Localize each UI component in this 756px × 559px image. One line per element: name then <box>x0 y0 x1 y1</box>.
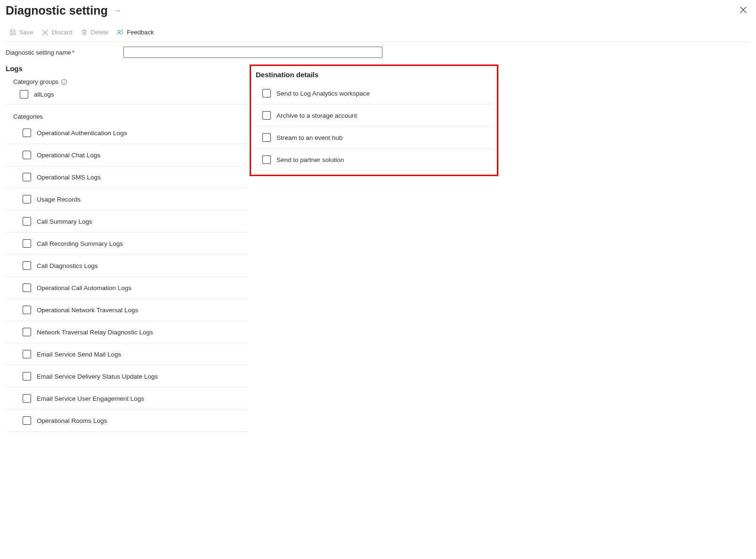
log-category-checkbox[interactable] <box>23 261 31 270</box>
log-category-checkbox[interactable] <box>23 372 31 381</box>
log-category-row: Email Service Send Mail Logs <box>6 343 248 365</box>
alllogs-label: allLogs <box>34 91 54 98</box>
log-category-checkbox[interactable] <box>23 129 31 137</box>
log-category-checkbox[interactable] <box>23 284 31 292</box>
log-category-row: Operational Chat Logs <box>6 144 248 166</box>
log-category-row: Email Service Delivery Status Update Log… <box>6 365 248 388</box>
destination-label: Send to partner solution <box>276 156 344 163</box>
log-category-label: Call Summary Logs <box>37 218 92 225</box>
log-category-label: Operational SMS Logs <box>37 174 101 181</box>
log-category-checkbox[interactable] <box>23 217 31 226</box>
destination-label: Archive to a storage account <box>276 112 357 119</box>
log-category-label: Email Service Send Mail Logs <box>37 351 121 358</box>
log-category-row: Network Traversal Relay Diagnostic Logs <box>6 321 248 343</box>
log-category-checkbox[interactable] <box>23 173 31 181</box>
toolbar: Save Discard Delete Feedback <box>6 24 750 42</box>
close-icon[interactable] <box>736 4 750 17</box>
log-category-label: Operational Network Traversal Logs <box>37 307 138 314</box>
log-category-label: Call Recording Summary Logs <box>37 240 123 247</box>
trash-icon <box>81 29 88 36</box>
log-category-checkbox[interactable] <box>23 239 31 248</box>
page-header: Diagnostic setting ··· <box>6 0 750 24</box>
destination-row: Send to Log Analytics workspace <box>255 82 491 105</box>
log-category-label: Operational Call Automation Logs <box>37 284 131 292</box>
page-title: Diagnostic setting <box>6 4 108 17</box>
log-category-checkbox[interactable] <box>23 350 31 358</box>
log-category-row: Email Service User Engagement Logs <box>6 388 248 410</box>
log-category-row: Operational Rooms Logs <box>6 410 248 432</box>
destination-heading: Destination details <box>256 71 491 79</box>
destination-checkbox[interactable] <box>262 111 271 120</box>
log-category-label: Operational Rooms Logs <box>37 417 107 424</box>
info-icon[interactable]: i <box>61 79 67 85</box>
destination-checkbox[interactable] <box>262 133 271 142</box>
destination-highlight-box: Destination details Send to Log Analytic… <box>250 65 498 176</box>
discard-icon <box>42 29 49 36</box>
destination-row: Stream to an event hub <box>255 127 491 149</box>
log-category-row: Call Recording Summary Logs <box>6 233 248 255</box>
destination-column: Destination details Send to Log Analytic… <box>248 65 750 432</box>
destination-checkbox[interactable] <box>262 155 271 164</box>
log-category-label: Operational Authentication Logs <box>37 130 127 137</box>
destination-label: Stream to an event hub <box>276 134 342 141</box>
alllogs-checkbox[interactable] <box>20 90 28 98</box>
logs-heading: Logs <box>6 65 248 73</box>
delete-button[interactable]: Delete <box>81 28 109 37</box>
category-groups-label: Category groups i <box>13 78 248 85</box>
log-category-checkbox[interactable] <box>23 195 31 203</box>
destination-row: Send to partner solution <box>255 149 491 171</box>
log-category-label: Network Traversal Relay Diagnostic Logs <box>37 329 153 336</box>
required-asterisk: * <box>72 49 74 56</box>
more-icon[interactable]: ··· <box>115 7 120 15</box>
log-category-label: Email Service Delivery Status Update Log… <box>37 373 158 380</box>
log-category-row: Operational Network Traversal Logs <box>6 299 248 321</box>
log-category-checkbox[interactable] <box>23 416 31 425</box>
log-category-label: Call Diagnostics Logs <box>37 262 98 269</box>
log-category-label: Operational Chat Logs <box>37 152 100 159</box>
log-category-row: Call Diagnostics Logs <box>6 255 248 277</box>
log-category-row: Operational Authentication Logs <box>6 122 248 144</box>
log-category-row: Operational Call Automation Logs <box>6 277 248 299</box>
feedback-icon <box>117 29 124 36</box>
diagnostic-setting-name-input[interactable] <box>123 47 382 58</box>
destination-checkbox[interactable] <box>262 89 271 97</box>
save-button[interactable]: Save <box>9 28 33 37</box>
log-category-row: Operational SMS Logs <box>6 166 248 188</box>
destination-row: Archive to a storage account <box>255 105 491 127</box>
log-category-checkbox[interactable] <box>23 394 31 403</box>
name-field-label: Diagnostic setting name* <box>6 49 123 56</box>
save-icon <box>9 29 16 36</box>
log-category-label: Usage Records <box>37 196 81 203</box>
name-field-row: Diagnostic setting name* <box>6 42 750 62</box>
log-category-label: Email Service User Engagement Logs <box>37 395 144 402</box>
feedback-button[interactable]: Feedback <box>117 28 154 37</box>
logs-column: Logs Category groups i allLogs Categorie… <box>6 65 248 432</box>
category-group-row: allLogs <box>6 86 248 102</box>
log-category-row: Usage Records <box>6 188 248 211</box>
log-category-checkbox[interactable] <box>23 306 31 314</box>
log-category-checkbox[interactable] <box>23 328 31 336</box>
destination-label: Send to Log Analytics workspace <box>276 90 370 97</box>
log-category-row: Call Summary Logs <box>6 211 248 233</box>
log-category-checkbox[interactable] <box>23 151 31 159</box>
discard-button[interactable]: Discard <box>42 28 73 37</box>
categories-label: Categories <box>13 113 248 120</box>
